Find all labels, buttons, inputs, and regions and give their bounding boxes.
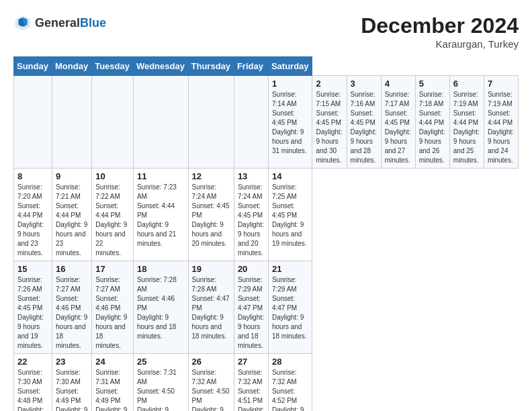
day-number: 26 xyxy=(192,357,230,367)
day-number: 3 xyxy=(351,79,378,89)
day-number: 8 xyxy=(17,171,48,181)
day-number: 15 xyxy=(17,264,48,274)
calendar-cell: 4 Sunrise: 7:17 AMSunset: 4:45 PMDayligh… xyxy=(381,76,415,169)
calendar-cell: 8 Sunrise: 7:20 AMSunset: 4:44 PMDayligh… xyxy=(14,169,52,261)
day-sunrise: Sunrise: 7:27 AMSunset: 4:46 PMDaylight:… xyxy=(95,276,127,349)
day-number: 22 xyxy=(17,357,48,367)
calendar-week-1: 1 Sunrise: 7:14 AMSunset: 4:45 PMDayligh… xyxy=(14,76,519,169)
calendar-week-3: 15 Sunrise: 7:26 AMSunset: 4:45 PMDaylig… xyxy=(14,261,519,354)
calendar-cell: 21 Sunrise: 7:29 AMSunset: 4:47 PMDaylig… xyxy=(268,261,312,354)
calendar-cell: 26 Sunrise: 7:32 AMSunset: 4:50 PMDaylig… xyxy=(188,354,234,412)
calendar-cell: 20 Sunrise: 7:29 AMSunset: 4:47 PMDaylig… xyxy=(234,261,268,354)
day-sunrise: Sunrise: 7:32 AMSunset: 4:51 PMDaylight:… xyxy=(238,369,264,411)
day-number: 17 xyxy=(95,264,130,274)
day-number: 1 xyxy=(272,79,309,89)
day-number: 11 xyxy=(137,171,185,181)
calendar-cell: 1 Sunrise: 7:14 AMSunset: 4:45 PMDayligh… xyxy=(268,76,312,169)
day-sunrise: Sunrise: 7:15 AMSunset: 4:45 PMDaylight:… xyxy=(316,91,342,164)
calendar-cell: 25 Sunrise: 7:31 AMSunset: 4:50 PMDaylig… xyxy=(133,354,188,412)
day-number: 4 xyxy=(385,79,412,89)
calendar-cell: 2 Sunrise: 7:15 AMSunset: 4:45 PMDayligh… xyxy=(312,76,347,169)
day-sunrise: Sunrise: 7:21 AMSunset: 4:44 PMDaylight:… xyxy=(56,183,87,257)
calendar-week-4: 22 Sunrise: 7:30 AMSunset: 4:48 PMDaylig… xyxy=(14,354,519,412)
calendar-cell: 18 Sunrise: 7:28 AMSunset: 4:46 PMDaylig… xyxy=(133,261,188,354)
day-sunrise: Sunrise: 7:26 AMSunset: 4:45 PMDaylight:… xyxy=(17,276,44,349)
day-sunrise: Sunrise: 7:28 AMSunset: 4:47 PMDaylight:… xyxy=(192,276,230,340)
day-sunrise: Sunrise: 7:27 AMSunset: 4:46 PMDaylight:… xyxy=(56,276,87,349)
weekday-header-friday: Friday xyxy=(234,57,268,76)
logo-blue: Blue xyxy=(80,16,106,30)
weekday-header-sunday: Sunday xyxy=(14,57,52,76)
day-sunrise: Sunrise: 7:20 AMSunset: 4:44 PMDaylight:… xyxy=(17,183,44,257)
day-sunrise: Sunrise: 7:24 AMSunset: 4:45 PMDaylight:… xyxy=(192,183,230,247)
calendar-cell: 13 Sunrise: 7:24 AMSunset: 4:45 PMDaylig… xyxy=(234,169,268,261)
day-number: 5 xyxy=(419,79,446,89)
location-subtitle: Karaurgan, Turkey xyxy=(361,38,519,50)
day-number: 7 xyxy=(488,79,515,89)
calendar-cell xyxy=(92,76,134,169)
day-sunrise: Sunrise: 7:30 AMSunset: 4:49 PMDaylight:… xyxy=(56,369,87,411)
weekday-header-thursday: Thursday xyxy=(188,57,234,76)
weekday-header-monday: Monday xyxy=(52,57,92,76)
calendar-cell: 27 Sunrise: 7:32 AMSunset: 4:51 PMDaylig… xyxy=(234,354,268,412)
calendar-week-2: 8 Sunrise: 7:20 AMSunset: 4:44 PMDayligh… xyxy=(14,169,519,261)
day-number: 19 xyxy=(192,264,230,274)
day-sunrise: Sunrise: 7:22 AMSunset: 4:44 PMDaylight:… xyxy=(95,183,127,257)
calendar-cell xyxy=(188,76,234,169)
weekday-header-tuesday: Tuesday xyxy=(92,57,134,76)
day-number: 27 xyxy=(238,357,265,367)
calendar-cell xyxy=(234,76,268,169)
weekday-header-wednesday: Wednesday xyxy=(133,57,188,76)
page-header: GeneralBlue December 2024 Karaurgan, Tur… xyxy=(13,13,519,50)
calendar-cell: 28 Sunrise: 7:32 AMSunset: 4:52 PMDaylig… xyxy=(268,354,312,412)
calendar-cell: 5 Sunrise: 7:18 AMSunset: 4:44 PMDayligh… xyxy=(415,76,449,169)
weekday-header-saturday: Saturday xyxy=(268,57,312,76)
logo-text: GeneralBlue xyxy=(35,16,106,30)
logo-icon xyxy=(13,13,32,32)
calendar-cell: 10 Sunrise: 7:22 AMSunset: 4:44 PMDaylig… xyxy=(92,169,134,261)
day-number: 28 xyxy=(272,357,309,367)
day-sunrise: Sunrise: 7:29 AMSunset: 4:47 PMDaylight:… xyxy=(272,276,307,340)
day-number: 18 xyxy=(137,264,185,274)
calendar-cell xyxy=(52,76,92,169)
day-number: 13 xyxy=(238,171,265,181)
day-sunrise: Sunrise: 7:17 AMSunset: 4:45 PMDaylight:… xyxy=(385,91,411,164)
day-sunrise: Sunrise: 7:16 AMSunset: 4:45 PMDaylight:… xyxy=(351,91,377,164)
calendar-cell: 12 Sunrise: 7:24 AMSunset: 4:45 PMDaylig… xyxy=(188,169,234,261)
day-sunrise: Sunrise: 7:19 AMSunset: 4:44 PMDaylight:… xyxy=(488,91,514,164)
calendar-cell: 6 Sunrise: 7:19 AMSunset: 4:44 PMDayligh… xyxy=(449,76,484,169)
calendar-cell: 11 Sunrise: 7:23 AMSunset: 4:44 PMDaylig… xyxy=(133,169,188,261)
day-sunrise: Sunrise: 7:29 AMSunset: 4:47 PMDaylight:… xyxy=(238,276,264,349)
day-number: 23 xyxy=(56,357,88,367)
calendar-cell: 17 Sunrise: 7:27 AMSunset: 4:46 PMDaylig… xyxy=(92,261,134,354)
day-number: 10 xyxy=(95,171,130,181)
logo: GeneralBlue xyxy=(13,13,106,32)
calendar-cell: 24 Sunrise: 7:31 AMSunset: 4:49 PMDaylig… xyxy=(92,354,134,412)
day-sunrise: Sunrise: 7:32 AMSunset: 4:52 PMDaylight:… xyxy=(272,369,307,411)
day-sunrise: Sunrise: 7:14 AMSunset: 4:45 PMDaylight:… xyxy=(272,91,307,154)
day-sunrise: Sunrise: 7:23 AMSunset: 4:44 PMDaylight:… xyxy=(137,183,177,247)
calendar-cell: 19 Sunrise: 7:28 AMSunset: 4:47 PMDaylig… xyxy=(188,261,234,354)
calendar-cell: 23 Sunrise: 7:30 AMSunset: 4:49 PMDaylig… xyxy=(52,354,92,412)
day-sunrise: Sunrise: 7:31 AMSunset: 4:49 PMDaylight:… xyxy=(95,369,127,411)
title-block: December 2024 Karaurgan, Turkey xyxy=(361,13,519,50)
day-number: 9 xyxy=(56,171,88,181)
day-sunrise: Sunrise: 7:25 AMSunset: 4:45 PMDaylight:… xyxy=(272,183,307,247)
day-number: 16 xyxy=(56,264,88,274)
day-number: 21 xyxy=(272,264,309,274)
day-sunrise: Sunrise: 7:31 AMSunset: 4:50 PMDaylight:… xyxy=(137,369,177,411)
day-number: 6 xyxy=(453,79,480,89)
calendar-cell: 3 Sunrise: 7:16 AMSunset: 4:45 PMDayligh… xyxy=(347,76,381,169)
day-sunrise: Sunrise: 7:24 AMSunset: 4:45 PMDaylight:… xyxy=(238,183,264,257)
calendar-table: SundayMondayTuesdayWednesdayThursdayFrid… xyxy=(13,56,519,411)
day-number: 24 xyxy=(95,357,130,367)
calendar-cell: 15 Sunrise: 7:26 AMSunset: 4:45 PMDaylig… xyxy=(14,261,52,354)
day-number: 20 xyxy=(238,264,265,274)
day-sunrise: Sunrise: 7:30 AMSunset: 4:48 PMDaylight:… xyxy=(17,369,44,411)
calendar-cell: 7 Sunrise: 7:19 AMSunset: 4:44 PMDayligh… xyxy=(484,76,518,169)
day-number: 14 xyxy=(272,171,309,181)
calendar-cell xyxy=(14,76,52,169)
day-sunrise: Sunrise: 7:18 AMSunset: 4:44 PMDaylight:… xyxy=(419,91,445,164)
calendar-cell: 22 Sunrise: 7:30 AMSunset: 4:48 PMDaylig… xyxy=(14,354,52,412)
day-sunrise: Sunrise: 7:32 AMSunset: 4:50 PMDaylight:… xyxy=(192,369,230,411)
